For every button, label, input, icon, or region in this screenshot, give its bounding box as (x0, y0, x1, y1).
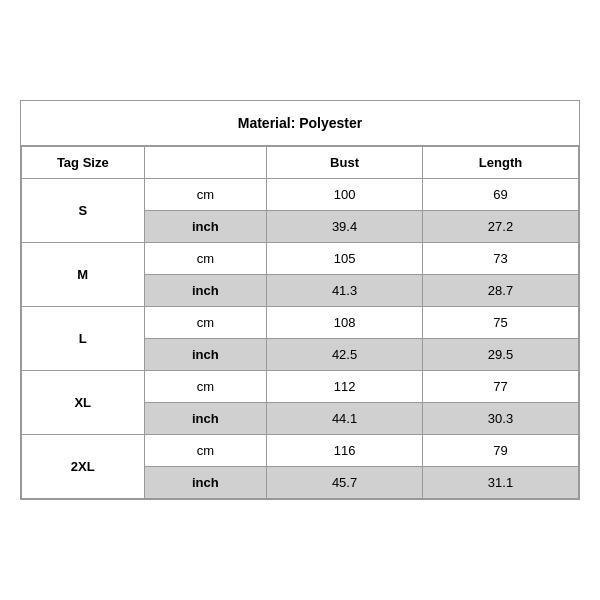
size-table: Tag Size Bust Length Scm10069inch39.427.… (21, 146, 579, 499)
cm-bust-value: 116 (267, 435, 423, 467)
header-unit (144, 147, 267, 179)
unit-cm: cm (144, 179, 267, 211)
inch-length-value: 28.7 (423, 275, 579, 307)
cm-length-value: 77 (423, 371, 579, 403)
cm-length-value: 73 (423, 243, 579, 275)
size-label: S (22, 179, 145, 243)
inch-bust-value: 39.4 (267, 211, 423, 243)
unit-inch: inch (144, 211, 267, 243)
unit-inch: inch (144, 467, 267, 499)
unit-inch: inch (144, 403, 267, 435)
unit-cm: cm (144, 371, 267, 403)
inch-bust-value: 41.3 (267, 275, 423, 307)
table-row: Lcm10875 (22, 307, 579, 339)
cm-length-value: 75 (423, 307, 579, 339)
cm-bust-value: 100 (267, 179, 423, 211)
size-label: 2XL (22, 435, 145, 499)
unit-inch: inch (144, 339, 267, 371)
cm-bust-value: 112 (267, 371, 423, 403)
table-row: Mcm10573 (22, 243, 579, 275)
unit-cm: cm (144, 307, 267, 339)
size-chart-container: Material: Polyester Tag Size Bust Length… (20, 100, 580, 500)
inch-length-value: 29.5 (423, 339, 579, 371)
size-label: L (22, 307, 145, 371)
header-bust: Bust (267, 147, 423, 179)
table-row: Scm10069 (22, 179, 579, 211)
cm-length-value: 79 (423, 435, 579, 467)
inch-bust-value: 44.1 (267, 403, 423, 435)
inch-bust-value: 45.7 (267, 467, 423, 499)
unit-cm: cm (144, 243, 267, 275)
inch-length-value: 30.3 (423, 403, 579, 435)
unit-cm: cm (144, 435, 267, 467)
cm-bust-value: 105 (267, 243, 423, 275)
inch-length-value: 27.2 (423, 211, 579, 243)
table-row: 2XLcm11679 (22, 435, 579, 467)
size-label: M (22, 243, 145, 307)
chart-title: Material: Polyester (21, 101, 579, 146)
unit-inch: inch (144, 275, 267, 307)
header-tag-size: Tag Size (22, 147, 145, 179)
inch-bust-value: 42.5 (267, 339, 423, 371)
header-length: Length (423, 147, 579, 179)
inch-length-value: 31.1 (423, 467, 579, 499)
table-row: XLcm11277 (22, 371, 579, 403)
cm-bust-value: 108 (267, 307, 423, 339)
cm-length-value: 69 (423, 179, 579, 211)
size-label: XL (22, 371, 145, 435)
